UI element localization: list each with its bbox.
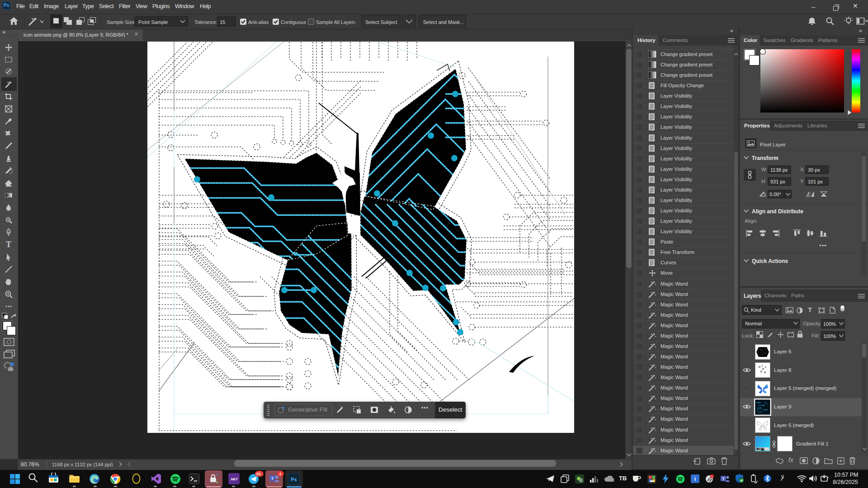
svg-text:T: T <box>6 240 11 249</box>
svg-text:T: T <box>271 476 274 481</box>
svg-text:.NET: .NET <box>230 477 238 481</box>
svg-text:Ps: Ps <box>291 477 297 482</box>
svg-text:T: T <box>722 477 725 481</box>
